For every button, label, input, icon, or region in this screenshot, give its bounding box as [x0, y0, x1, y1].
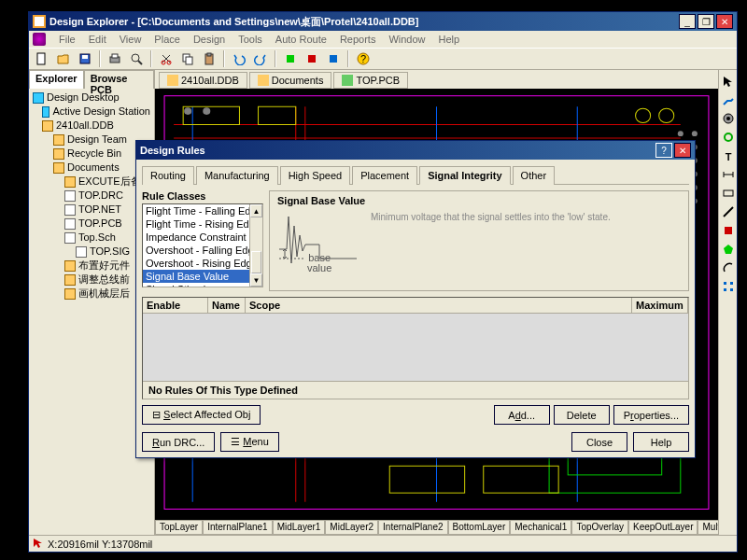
scroll-up-button[interactable]: ▲: [250, 204, 262, 217]
pad-tool[interactable]: [721, 111, 736, 126]
tree-item[interactable]: TOP.NET: [31, 203, 152, 217]
rule-class-item[interactable]: Impedance Constraint: [143, 231, 262, 244]
close-button[interactable]: ✕: [716, 14, 733, 29]
menu-file[interactable]: File: [53, 33, 81, 46]
array-tool[interactable]: [721, 279, 736, 294]
layer-tab[interactable]: MidLayer1: [273, 520, 326, 535]
rect-tool[interactable]: [721, 186, 736, 201]
arc-tool[interactable]: [721, 260, 736, 275]
rule-class-item[interactable]: Overshoot - Rising Edge: [143, 257, 262, 270]
menu-design[interactable]: Design: [188, 33, 231, 46]
fill-tool[interactable]: [721, 223, 736, 238]
menu-view[interactable]: View: [114, 33, 148, 46]
layer-tab[interactable]: InternalPlane2: [378, 520, 448, 535]
browse-pcb-tab[interactable]: Browse PCB: [84, 70, 154, 89]
run-drc-button[interactable]: Run DRC...: [142, 432, 215, 452]
tree-item[interactable]: TOP.SIG: [31, 245, 152, 259]
tree-bin[interactable]: Recycle Bin: [31, 147, 152, 161]
layer-tab[interactable]: TopLayer: [155, 520, 203, 535]
close-dialog-button[interactable]: Close: [571, 432, 627, 452]
help-button[interactable]: ?: [354, 49, 373, 68]
col-enable[interactable]: Enable: [143, 298, 208, 313]
maximize-button[interactable]: ❐: [698, 14, 714, 29]
menu-help[interactable]: Help: [433, 33, 466, 46]
layer-tab[interactable]: KeepOutLayer: [628, 520, 698, 535]
menu-reports[interactable]: Reports: [334, 33, 382, 46]
layer-tab[interactable]: BottomLayer: [448, 520, 511, 535]
col-name[interactable]: Name: [208, 298, 246, 313]
menu-window[interactable]: Window: [383, 33, 430, 46]
tb-a[interactable]: [281, 49, 300, 68]
layer-tab[interactable]: MidLayer2: [325, 520, 378, 535]
add-button[interactable]: Add...: [494, 405, 550, 425]
dialog-titlebar[interactable]: Design Rules ? ✕: [136, 141, 695, 160]
properties-button[interactable]: Properties...: [613, 405, 689, 425]
tab-signal-integrity[interactable]: Signal Integrity: [419, 166, 510, 185]
doc-tab-pcb[interactable]: TOP.PCB: [333, 72, 408, 89]
tb-c[interactable]: [324, 49, 343, 68]
explorer-tab[interactable]: Explorer: [29, 70, 84, 89]
tree-docs[interactable]: Documents: [31, 161, 152, 175]
rule-class-item[interactable]: Signal Stimulus: [143, 283, 262, 287]
tab-manufacturing[interactable]: Manufacturing: [196, 166, 278, 185]
scroll-thumb[interactable]: [251, 251, 261, 273]
select-tool[interactable]: [721, 74, 736, 89]
scroll-down-button[interactable]: ▼: [250, 273, 262, 287]
save-button[interactable]: [76, 49, 94, 68]
line-tool[interactable]: [721, 204, 736, 219]
select-affected-button[interactable]: ⊟ Select Affected Obj: [142, 405, 261, 425]
redo-button[interactable]: [251, 49, 270, 68]
print-button[interactable]: [106, 49, 124, 68]
tab-routing[interactable]: Routing: [142, 166, 194, 185]
dialog-help-button[interactable]: ?: [655, 143, 672, 158]
rule-list-scrollbar[interactable]: ▲ ▼: [249, 204, 262, 287]
menu-autoroute[interactable]: Auto Route: [270, 33, 332, 46]
text-tool[interactable]: T: [721, 148, 736, 163]
zoom-button[interactable]: [127, 49, 146, 68]
dialog-close-button[interactable]: ✕: [674, 143, 691, 158]
tree-item[interactable]: 布置好元件: [31, 259, 152, 273]
tree-item[interactable]: TOP.PCB: [31, 217, 152, 231]
tree-item[interactable]: EXCUTE后备: [31, 175, 152, 189]
layer-tab[interactable]: MultiLayer: [698, 520, 718, 535]
tree-desktop[interactable]: Design Desktop: [31, 91, 152, 105]
menu-button[interactable]: ☰ Menu: [220, 432, 279, 452]
tab-highspeed[interactable]: High Speed: [280, 166, 351, 185]
tree-item[interactable]: TOP.DRC: [31, 189, 152, 203]
tb-b[interactable]: [303, 49, 321, 68]
tree-item[interactable]: Top.Sch: [31, 231, 152, 245]
cut-button[interactable]: [157, 49, 176, 68]
poly-tool[interactable]: [721, 242, 736, 257]
tree-ddb[interactable]: 2410all.DDB: [31, 119, 152, 133]
minimize-button[interactable]: _: [679, 14, 696, 29]
undo-button[interactable]: [230, 49, 248, 68]
rule-class-item[interactable]: Overshoot - Falling Edge: [143, 244, 262, 257]
menu-place[interactable]: Place: [148, 33, 186, 46]
tree-station[interactable]: Active Design Station: [31, 105, 152, 119]
via-tool[interactable]: [721, 130, 736, 145]
open-button[interactable]: [54, 49, 73, 68]
rule-class-item[interactable]: Flight Time - Rising Edge: [143, 217, 262, 231]
app-menu-icon[interactable]: [33, 33, 46, 46]
help-dialog-button[interactable]: Help: [633, 432, 689, 452]
doc-tab-ddb[interactable]: 2410all.DDB: [159, 72, 247, 89]
paste-button[interactable]: [200, 49, 218, 68]
menu-edit[interactable]: Edit: [83, 33, 112, 46]
grid-body[interactable]: [143, 314, 688, 381]
track-tool[interactable]: [721, 92, 736, 107]
col-scope[interactable]: Scope: [246, 298, 632, 313]
new-button[interactable]: [33, 49, 51, 68]
col-max[interactable]: Maximum: [632, 298, 688, 313]
dimension-tool[interactable]: [721, 167, 736, 182]
layer-tab[interactable]: TopOverlay: [571, 520, 628, 535]
menu-tools[interactable]: Tools: [233, 33, 268, 46]
layer-tab[interactable]: Mechanical1: [510, 520, 571, 535]
layer-tab[interactable]: InternalPlane1: [203, 520, 273, 535]
copy-button[interactable]: [178, 49, 197, 68]
rule-class-item[interactable]: Flight Time - Falling Edge: [143, 204, 262, 217]
tab-other[interactable]: Other: [513, 166, 556, 185]
rule-class-item-selected[interactable]: Signal Base Value: [143, 270, 262, 283]
tree-item[interactable]: 调整总线前: [31, 273, 152, 287]
tab-placement[interactable]: Placement: [352, 166, 417, 185]
tree-item[interactable]: 画机械层后: [31, 287, 152, 301]
